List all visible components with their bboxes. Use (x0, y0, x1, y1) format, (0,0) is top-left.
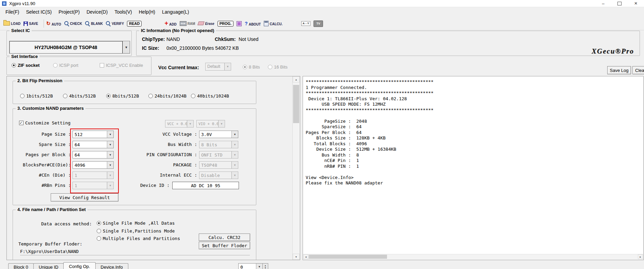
16bits-radio[interactable]: 16 Bits (268, 64, 288, 70)
logic-ic-button[interactable] (237, 21, 242, 26)
customize-setting-checkbox[interactable]: Customize Setting (19, 120, 70, 125)
menu-select-ic[interactable]: Select IC(S) (22, 8, 55, 16)
calculator-button[interactable]: CALCU. (264, 21, 283, 26)
select-ic-legend: Select IC (10, 28, 32, 33)
internal-ecc-combo[interactable]: Disable (199, 171, 238, 179)
scrollbar-thumb[interactable] (293, 85, 299, 123)
page-size-combo[interactable]: 512 (73, 131, 114, 138)
tv-icon: TV (313, 20, 323, 27)
load-button[interactable]: LOAD (3, 21, 20, 26)
calc-crc32-button[interactable]: Calcu. CRC32 (199, 234, 250, 241)
magnifier-verify-icon (106, 21, 111, 26)
left-panel-scrollbar[interactable] (292, 76, 300, 260)
icsp-port-radio[interactable]: ICSP port (53, 63, 78, 68)
tab-unique-id[interactable]: Unique ID (33, 263, 64, 269)
dropdown-arrow-icon (231, 172, 238, 179)
app-icon (2, 1, 6, 6)
pin-converter-button[interactable]: A↔Y (301, 21, 310, 26)
chip-grid-icon (237, 21, 242, 26)
save-button[interactable]: SAVE (23, 21, 38, 26)
device-id-field[interactable]: AD DC 10 95 (172, 182, 239, 189)
bitflip-40bits-radio[interactable]: 40bits/1024B (191, 93, 229, 99)
scroll-down-arrow-icon[interactable] (293, 254, 300, 260)
verify-button[interactable]: VERIFY (106, 21, 124, 26)
nand-config-panel: 2. Bit Flip Permission 1bits/512B 4bits/… (6, 76, 300, 260)
blank-check-button[interactable]: BLANK (85, 21, 103, 26)
bitflip-4bits-radio[interactable]: 4bits/512B (63, 93, 96, 99)
close-button[interactable] (628, 0, 644, 7)
pin-map-icon: A↔Y (301, 21, 310, 26)
read-badge-icon: READ (127, 21, 142, 27)
log-horizontal-scrollbar[interactable] (303, 254, 643, 259)
pages-per-block-combo[interactable]: 64 (73, 151, 114, 159)
set-interface-group: Set Interface ZIF socket ICSP port ICSP_… (6, 57, 151, 75)
bitflip-1bits-radio[interactable]: 1bits/512B (20, 93, 53, 99)
ram-button[interactable]: RAM (180, 21, 195, 26)
menu-tools[interactable]: Tools(V) (111, 8, 135, 16)
save-log-button[interactable]: Save Log (607, 66, 631, 74)
device-id-label: Device ID : (98, 183, 170, 188)
icsp-vcc-checkbox[interactable]: ICSP_VCC Enable (100, 63, 143, 68)
scrollbar-thumb[interactable] (309, 255, 387, 259)
single-file-partitions-radio[interactable]: Single File,Partitions Mode (97, 228, 175, 234)
tab-block0[interactable]: Block 0 (8, 263, 34, 269)
about-button[interactable]: ABOUT (245, 20, 261, 27)
scroll-up-arrow-icon[interactable] (293, 76, 300, 83)
select-ic-dropdown-button[interactable] (123, 41, 130, 54)
cen-die-combo[interactable]: 1 (73, 171, 114, 179)
vcc-imax-combo[interactable]: Default (205, 63, 231, 71)
scroll-right-arrow-icon[interactable] (638, 254, 643, 259)
log-panel: ****************************************… (303, 76, 644, 260)
tab-device-info[interactable]: Device.Info (95, 263, 128, 269)
pages-per-block-label: Pages per Block : (14, 152, 71, 157)
spinner-updown[interactable]: ▲▼ (263, 263, 268, 269)
menu-help[interactable]: Help(H) (135, 8, 159, 16)
package-label: PACKAGE : (122, 162, 197, 167)
rbn-pins-label: #RBn Pins : (14, 183, 71, 188)
blocks-per-ce-combo[interactable]: 4096 (73, 161, 114, 169)
menu-file[interactable]: File(F) (2, 8, 22, 16)
8bits-radio[interactable]: 8 Bits (243, 64, 260, 70)
clear-log-button[interactable]: Clea (632, 66, 644, 74)
program-button[interactable]: PROG. (218, 21, 234, 27)
vcc-voltage-label: VCC Voltage : (122, 132, 197, 137)
multiple-files-radio[interactable]: Multiple Files and Partitions (97, 236, 180, 241)
pin-configuration-combo[interactable]: ONFI STD (199, 151, 238, 159)
auto-button[interactable]: AUTO (46, 20, 61, 27)
vio-offset-combo[interactable]: VIO + 0.0V (196, 120, 225, 128)
bitflip-24bits-radio[interactable]: 24bits/1024B (148, 93, 187, 99)
set-interface-legend: Set Interface (10, 54, 39, 59)
vcc-voltage-combo[interactable]: 3.0V (199, 131, 238, 138)
bitflip-8bits-radio[interactable]: 8bits/512B (106, 93, 139, 99)
tab-config-op[interactable]: Config Op. (63, 262, 95, 269)
data-access-label: Data access method: (41, 221, 92, 226)
window-controls (595, 0, 644, 7)
buffer-path-field[interactable]: F:\Xgpro\UserData\NAND (20, 249, 250, 255)
maximize-button[interactable] (611, 0, 628, 7)
menu-language[interactable]: Language(L) (159, 8, 192, 16)
menu-device[interactable]: Device(D) (83, 8, 111, 16)
dropdown-arrow-icon (187, 120, 193, 127)
add-button[interactable]: ADD (164, 20, 176, 27)
erase-button[interactable]: Erase (198, 21, 214, 26)
block-number-combo[interactable]: 0 (238, 263, 263, 269)
scroll-left-arrow-icon[interactable] (303, 254, 308, 259)
read-button[interactable]: READ (127, 21, 142, 27)
question-mark-icon (245, 20, 248, 27)
single-file-mode-radio[interactable]: Single File Mode ,All Datas (97, 221, 175, 226)
package-combo[interactable]: TSOP48 (199, 161, 238, 169)
spare-size-combo[interactable]: 64 (73, 141, 114, 148)
minimize-button[interactable] (595, 0, 611, 7)
calculator-icon (264, 21, 269, 26)
view-config-result-button[interactable]: View Config Resault (51, 193, 118, 201)
selected-ic-value[interactable]: HY27UH084G2M @ TSOP48 (9, 41, 123, 54)
logic-test-button[interactable]: TV (313, 20, 323, 27)
zif-socket-radio[interactable]: ZIF socket (12, 63, 39, 68)
set-buffer-folder-button[interactable]: Set Buffer Floder (199, 242, 250, 249)
chiptype-value: NAND (166, 36, 180, 42)
bus-width-combo[interactable]: 8 Bits (199, 141, 238, 148)
menu-project[interactable]: Project(P) (55, 8, 83, 16)
dropdown-arrow-icon (107, 151, 113, 158)
check-id-button[interactable]: CHECK (64, 21, 82, 26)
vcc-offset-combo[interactable]: VCC + 0.0V (165, 120, 194, 128)
